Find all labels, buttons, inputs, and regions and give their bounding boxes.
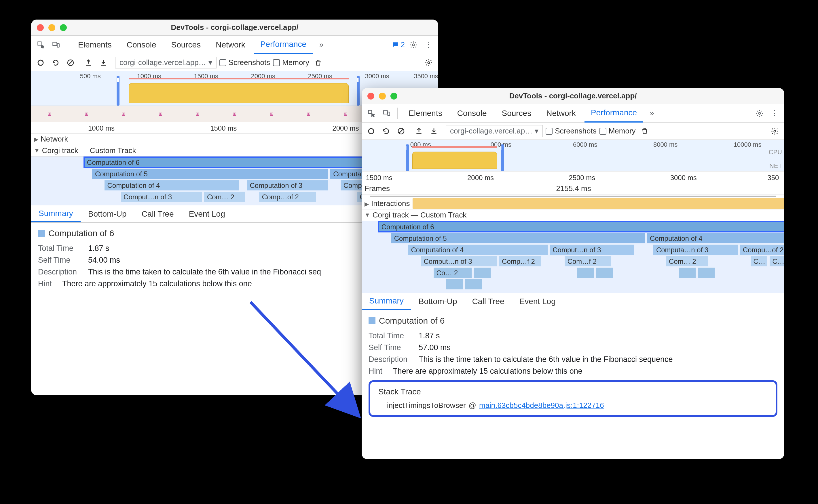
record-icon[interactable] xyxy=(365,125,377,137)
flame-entry[interactable] xyxy=(698,268,715,278)
flame-entry[interactable]: Computation of 5 xyxy=(92,169,328,179)
url-selector[interactable]: corgi-collage.vercel.ap…▾ xyxy=(446,125,543,137)
stack-trace-box: Stack Trace injectTimingsToBrowser @ mai… xyxy=(369,380,777,417)
trash-icon[interactable] xyxy=(639,125,651,137)
panel-settings-icon[interactable] xyxy=(769,125,781,137)
detail-tab-summary[interactable]: Summary xyxy=(31,205,81,222)
device-icon[interactable] xyxy=(49,39,62,51)
kebab-icon[interactable]: ⋮ xyxy=(422,39,435,51)
tab-network[interactable]: Network xyxy=(209,36,252,54)
flame-entry[interactable]: Computa…n of 3 xyxy=(653,245,738,255)
flame-entry[interactable] xyxy=(596,268,613,278)
messages-icon[interactable]: 2 xyxy=(392,40,405,49)
more-tabs-icon[interactable]: » xyxy=(646,107,658,120)
flame-entry[interactable]: Comp…of 2 xyxy=(259,192,316,202)
kebab-icon[interactable]: ⋮ xyxy=(768,107,781,120)
detail-tab-calltree[interactable]: Call Tree xyxy=(465,293,512,310)
titlebar: DevTools - corgi-collage.vercel.app/ xyxy=(31,20,438,36)
record-icon[interactable] xyxy=(35,57,47,69)
settings-icon[interactable] xyxy=(753,107,766,120)
tab-sources[interactable]: Sources xyxy=(495,104,537,123)
flame-entry[interactable]: Comput…n of 3 xyxy=(421,256,497,266)
upload-icon[interactable] xyxy=(413,125,425,137)
timeline-overview[interactable]: 000 ms 000 ms 6000 ms 8000 ms 10000 ms C… xyxy=(362,140,784,171)
tab-performance[interactable]: Performance xyxy=(254,36,313,54)
flame-entry[interactable]: Comp…f 2 xyxy=(499,256,541,266)
flame-entry[interactable] xyxy=(474,268,491,278)
tab-network[interactable]: Network xyxy=(540,104,582,123)
memory-checkbox[interactable]: Memory xyxy=(599,127,636,135)
flame-entry[interactable]: Com…f 2 xyxy=(564,256,611,266)
more-tabs-icon[interactable]: » xyxy=(315,39,328,51)
chevron-down-icon[interactable]: ▼ xyxy=(34,147,40,154)
overview-handle-left[interactable] xyxy=(406,144,409,171)
memory-checkbox[interactable]: Memory xyxy=(273,58,309,67)
tab-elements[interactable]: Elements xyxy=(72,36,118,54)
flame-entry[interactable]: Compu…of 2 xyxy=(740,245,784,255)
device-icon[interactable] xyxy=(380,107,393,120)
upload-icon[interactable] xyxy=(82,57,94,69)
flame-entry[interactable]: Com… 2 xyxy=(204,192,245,202)
tab-sources[interactable]: Sources xyxy=(165,36,207,54)
tab-console[interactable]: Console xyxy=(451,104,493,123)
minimize-icon[interactable] xyxy=(48,24,55,31)
overview-handle-left[interactable] xyxy=(117,76,119,106)
chevron-right-icon[interactable]: ▶ xyxy=(365,201,369,207)
detail-tab-bottomup[interactable]: Bottom-Up xyxy=(81,205,134,222)
flame-entry[interactable]: C… xyxy=(770,256,784,266)
close-icon[interactable] xyxy=(367,93,374,100)
chevron-down-icon[interactable]: ▼ xyxy=(365,212,370,218)
url-selector[interactable]: corgi-collage.vercel.app…▾ xyxy=(115,57,217,68)
chevron-right-icon[interactable]: ▶ xyxy=(34,136,38,143)
flame-entry[interactable]: Computation of 6 xyxy=(379,222,784,232)
detail-tab-eventlog[interactable]: Event Log xyxy=(181,205,233,222)
flame-chart[interactable]: Computation of 6Computation of 5Computat… xyxy=(362,221,784,293)
detail-tab-calltree[interactable]: Call Tree xyxy=(134,205,181,222)
fullscreen-icon[interactable] xyxy=(390,93,397,100)
detail-tab-bottomup[interactable]: Bottom-Up xyxy=(411,293,465,310)
clear-icon[interactable] xyxy=(395,125,407,137)
flame-entry[interactable]: Computation of 4 xyxy=(408,245,547,255)
flame-entry[interactable]: Comput…n of 3 xyxy=(121,192,202,202)
flame-entry[interactable]: Computation of 5 xyxy=(391,233,645,243)
inspect-icon[interactable] xyxy=(35,39,47,51)
panel-settings-icon[interactable] xyxy=(423,57,435,69)
custom-track-header[interactable]: ▼ Corgi track — Custom Track xyxy=(362,209,784,221)
flame-entry[interactable] xyxy=(465,279,482,289)
reload-icon[interactable] xyxy=(380,125,392,137)
flame-entry[interactable] xyxy=(679,268,696,278)
clear-icon[interactable] xyxy=(64,57,77,69)
inspect-icon[interactable] xyxy=(365,107,378,120)
tab-elements[interactable]: Elements xyxy=(402,104,449,123)
stack-source-link[interactable]: main.63cb5c4bde8be90a.js:1:122716 xyxy=(479,401,604,410)
download-icon[interactable] xyxy=(97,57,109,69)
flame-entry[interactable]: Co… 2 xyxy=(434,268,472,278)
flame-entry[interactable]: Computation of 4 xyxy=(647,233,784,243)
fullscreen-icon[interactable] xyxy=(60,24,67,31)
minimize-icon[interactable] xyxy=(379,93,386,100)
detail-tab-eventlog[interactable]: Event Log xyxy=(512,293,563,310)
flame-entry[interactable]: Comput…n of 3 xyxy=(550,245,634,255)
close-icon[interactable] xyxy=(37,24,44,31)
flame-entry[interactable]: Com… 2 xyxy=(666,256,708,266)
overview-handle-right[interactable] xyxy=(357,76,360,106)
overview-handle-right[interactable] xyxy=(501,144,504,171)
flame-entry[interactable]: Computation of 3 xyxy=(247,180,328,190)
interactions-track[interactable]: ▶Interactions xyxy=(362,198,784,209)
detail-tab-summary[interactable]: Summary xyxy=(362,293,411,310)
tab-performance[interactable]: Performance xyxy=(584,104,643,123)
screenshots-checkbox[interactable]: Screenshots xyxy=(546,127,596,135)
flame-entry[interactable]: C… xyxy=(751,256,768,266)
tab-console[interactable]: Console xyxy=(120,36,163,54)
screenshots-checkbox[interactable]: Screenshots xyxy=(220,58,270,67)
download-icon[interactable] xyxy=(428,125,440,137)
frames-track[interactable]: Frames 2155.4 ms xyxy=(362,183,784,194)
flame-entry[interactable] xyxy=(446,279,463,289)
window-title: DevTools - corgi-collage.vercel.app/ xyxy=(31,23,438,32)
settings-icon[interactable] xyxy=(407,39,420,51)
flame-entry[interactable]: Computation of 4 xyxy=(104,180,239,190)
svg-rect-2 xyxy=(57,43,59,47)
flame-entry[interactable] xyxy=(577,268,594,278)
reload-icon[interactable] xyxy=(49,57,62,69)
trash-icon[interactable] xyxy=(312,57,324,69)
